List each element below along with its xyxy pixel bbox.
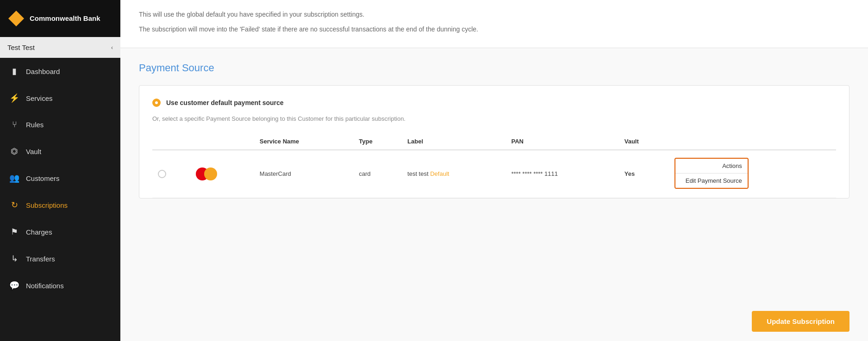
- sidebar-item-label: Dashboard: [26, 68, 60, 75]
- col-service-icon: [190, 133, 254, 150]
- chevron-icon: ‹: [111, 44, 113, 51]
- actions-dropdown: Actions Edit Payment Source: [674, 158, 749, 189]
- mastercard-logo: [196, 167, 248, 180]
- update-subscription-button[interactable]: Update Subscription: [752, 311, 849, 332]
- col-service-name: Service Name: [254, 133, 353, 150]
- section-title: Payment Source: [139, 62, 849, 74]
- dashboard-icon: ▮: [9, 66, 19, 76]
- col-type: Type: [353, 133, 402, 150]
- sidebar-item-label: Vault: [26, 148, 41, 155]
- logo-icon: [7, 10, 25, 27]
- sidebar-header: Commonwealth Bank: [0, 0, 120, 37]
- main-content: This will use the global default you hav…: [120, 0, 868, 341]
- notifications-icon: 💬: [9, 280, 19, 291]
- col-service: [152, 133, 190, 150]
- user-name: Test Test: [7, 43, 35, 51]
- bottom-bar: Update Subscription: [120, 302, 868, 341]
- col-pan: PAN: [506, 133, 618, 150]
- sidebar-item-subscriptions[interactable]: ↻ Subscriptions: [0, 192, 120, 218]
- services-icon: ⚡: [9, 93, 19, 103]
- row-type: card: [353, 150, 402, 198]
- row-card-icon: [190, 150, 254, 198]
- label-badge: Default: [430, 170, 449, 177]
- rules-icon: ⑂: [9, 120, 19, 130]
- sidebar-item-label: Customers: [26, 174, 60, 182]
- info-box: This will use the global default you hav…: [120, 0, 868, 48]
- mc-circle-orange: [204, 167, 217, 180]
- row-pan: **** **** **** 1111: [506, 150, 618, 198]
- default-option-label: Use customer default payment source: [166, 99, 284, 106]
- sidebar: Commonwealth Bank Test Test ‹ ▮ Dashboar…: [0, 0, 120, 341]
- sidebar-item-services[interactable]: ⚡ Services: [0, 85, 120, 112]
- charges-icon: ⚑: [9, 227, 19, 237]
- sidebar-item-label: Transfers: [26, 255, 55, 263]
- row-vault: Yes: [619, 150, 669, 198]
- row-service-name: MasterCard: [254, 150, 353, 198]
- sidebar-item-label: Rules: [26, 121, 44, 129]
- vault-icon: ⏣: [9, 146, 19, 156]
- user-row[interactable]: Test Test ‹: [0, 37, 120, 58]
- customers-icon: 👥: [9, 173, 19, 183]
- label-text: test test: [407, 170, 429, 177]
- col-vault: Vault: [619, 133, 669, 150]
- brand-name: Commonwealth Bank: [30, 14, 100, 23]
- svg-marker-0: [8, 11, 24, 26]
- info-line-2: The subscription will move into the 'Fai…: [139, 24, 849, 34]
- payment-table: Service Name Type Label PAN Vault: [152, 133, 836, 198]
- actions-button[interactable]: Actions: [675, 159, 748, 174]
- table-row: MasterCard card test test Default **** *…: [152, 150, 836, 198]
- content-area: Payment Source Use customer default paym…: [120, 48, 868, 302]
- sidebar-item-charges[interactable]: ⚑ Charges: [0, 218, 120, 245]
- sidebar-item-customers[interactable]: 👥 Customers: [0, 165, 120, 192]
- col-label: Label: [402, 133, 506, 150]
- sidebar-item-label: Services: [26, 94, 53, 102]
- sidebar-item-label: Charges: [26, 228, 52, 236]
- sidebar-item-label: Subscriptions: [26, 201, 68, 209]
- sidebar-item-vault[interactable]: ⏣ Vault: [0, 138, 120, 165]
- or-text: Or, select a specific Payment Source bel…: [152, 115, 836, 122]
- info-line-1: This will use the global default you hav…: [139, 9, 849, 19]
- row-radio[interactable]: [152, 150, 190, 198]
- row-label: test test Default: [402, 150, 506, 198]
- sidebar-item-dashboard[interactable]: ▮ Dashboard: [0, 58, 120, 85]
- col-actions: [669, 133, 836, 150]
- edit-payment-source-button[interactable]: Edit Payment Source: [675, 174, 748, 188]
- sidebar-item-notifications[interactable]: 💬 Notifications: [0, 272, 120, 299]
- transfers-icon: ↳: [9, 254, 19, 264]
- sidebar-item-rules[interactable]: ⑂ Rules: [0, 112, 120, 138]
- sidebar-item-transfers[interactable]: ↳ Transfers: [0, 245, 120, 272]
- default-payment-option[interactable]: Use customer default payment source: [152, 99, 836, 107]
- actions-cell: Actions Edit Payment Source: [669, 150, 836, 198]
- subscriptions-icon: ↻: [9, 200, 19, 210]
- radio-default-selected[interactable]: [152, 99, 161, 107]
- payment-source-box: Use customer default payment source Or, …: [139, 85, 849, 198]
- sidebar-item-label: Notifications: [26, 282, 64, 290]
- radio-unselected[interactable]: [158, 170, 166, 178]
- sidebar-nav: ▮ Dashboard ⚡ Services ⑂ Rules ⏣ Vault 👥…: [0, 58, 120, 299]
